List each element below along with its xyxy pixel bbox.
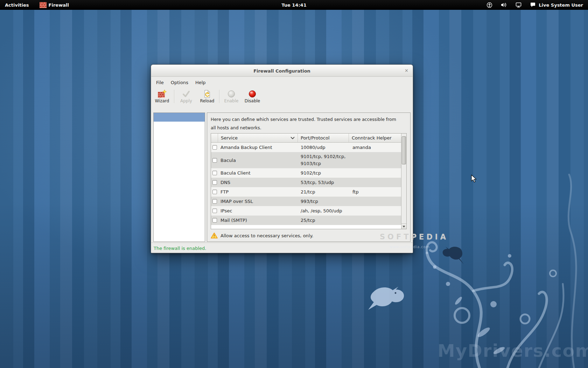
service-helper: ftp	[349, 189, 401, 195]
table-row[interactable]: Mail (SMTP) 25/tcp	[211, 216, 401, 225]
service-port: 25/tcp	[298, 216, 349, 225]
table-header: Service Port/Protocol Conntrack Helper	[211, 134, 401, 143]
disable-ball-icon	[248, 90, 257, 98]
table-row[interactable]: Bacula Client 9102/tcp	[211, 168, 401, 178]
service-name: Mail (SMTP)	[218, 218, 298, 223]
service-checkbox[interactable]	[212, 180, 217, 185]
table-row[interactable]: DNS 53/tcp, 53/udp	[211, 178, 401, 187]
reload-label: Reload	[197, 98, 218, 104]
title-bar[interactable]: Firewall Configuration ✕	[151, 65, 413, 77]
sidebar-item[interactable]	[154, 130, 205, 139]
service-checkbox[interactable]	[212, 218, 217, 223]
service-port: 10080/udp	[298, 143, 349, 152]
pane-description: Here you can define which services are t…	[211, 115, 407, 132]
accessibility-icon[interactable]	[486, 2, 492, 8]
enable-ball-icon	[227, 90, 236, 98]
focused-app-label: Firewall	[49, 2, 69, 8]
service-port: 53/tcp, 53/udp	[298, 178, 349, 187]
enable-label: Enable	[221, 98, 242, 104]
desktop: Activities Firewall Tue 14:41	[0, 0, 588, 368]
warning-icon	[211, 232, 218, 239]
volume-icon[interactable]	[501, 2, 507, 8]
menu-help[interactable]: Help	[192, 77, 209, 88]
sidebar-item[interactable]	[154, 157, 205, 165]
disable-label: Disable	[242, 98, 263, 104]
firewall-status-text: The firewall is enabled.	[154, 246, 206, 251]
reload-button[interactable]: Reload	[197, 89, 218, 104]
service-name: IMAP over SSL	[218, 199, 298, 204]
top-bar: Activities Firewall Tue 14:41	[0, 0, 588, 10]
enable-button[interactable]: Enable	[221, 89, 242, 104]
reload-document-icon	[203, 90, 211, 98]
category-list	[153, 113, 205, 242]
service-port: 21/tcp	[298, 188, 349, 197]
status-bar: The firewall is enabled.	[151, 243, 413, 253]
scrollbar-down-button[interactable]	[401, 224, 406, 229]
toolbar-separator	[174, 90, 174, 103]
warning-text: Allow access to necessary services, only…	[220, 233, 313, 238]
column-header-checkbox[interactable]	[211, 134, 218, 143]
sidebar-item[interactable]	[154, 139, 205, 148]
apply-label: Apply	[176, 98, 197, 104]
wizard-button[interactable]: Wizard	[152, 89, 173, 104]
sidebar-item[interactable]	[154, 113, 205, 122]
service-helper: amanda	[349, 145, 401, 150]
chat-icon	[530, 2, 536, 8]
firewall-configuration-window: Firewall Configuration ✕ File Options He…	[151, 64, 413, 253]
vertical-scrollbar[interactable]	[401, 134, 406, 229]
activities-button[interactable]: Activities	[5, 2, 29, 8]
table-row[interactable]: FTP 21/tcp ftp	[211, 187, 401, 197]
service-port: 9101/tcp, 9102/tcp, 9103/tcp	[298, 152, 349, 168]
mouse-cursor	[471, 175, 478, 183]
scrollbar-thumb[interactable]	[402, 136, 406, 164]
service-checkbox[interactable]	[212, 145, 217, 150]
focused-app-indicator[interactable]: Firewall	[40, 2, 69, 8]
user-menu[interactable]: Live System User	[530, 2, 583, 8]
column-header-port[interactable]: Port/Protocol	[298, 134, 349, 143]
warning-row: Allow access to necessary services, only…	[211, 232, 407, 239]
service-name: Bacula Client	[218, 170, 298, 176]
services-table: Service Port/Protocol Conntrack Helper	[211, 133, 407, 229]
service-port: /ah, /esp, 500/udp	[298, 206, 349, 216]
wizard-label: Wizard	[152, 98, 173, 104]
sidebar-item[interactable]	[154, 122, 205, 130]
window-content: Here you can define which services are t…	[151, 105, 413, 243]
close-button[interactable]: ✕	[405, 65, 408, 76]
service-name: Bacula	[218, 158, 298, 163]
service-checkbox[interactable]	[212, 171, 217, 175]
bird-silhouette-light	[368, 287, 404, 310]
service-checkbox[interactable]	[212, 199, 217, 204]
service-checkbox[interactable]	[212, 158, 217, 163]
service-name: DNS	[218, 180, 298, 185]
toolbar: Wizard Apply	[151, 88, 413, 105]
service-port: 993/tcp	[298, 197, 349, 206]
table-body: Amanda Backup Client 10080/udp amanda Ba…	[211, 143, 401, 229]
toolbar-separator	[219, 90, 219, 103]
sidebar-item[interactable]	[154, 165, 205, 174]
service-checkbox[interactable]	[212, 209, 217, 213]
trusted-services-pane: Here you can define which services are t…	[207, 113, 411, 242]
table-row[interactable]: Amanda Backup Client 10080/udp amanda	[211, 143, 401, 152]
service-name: FTP	[218, 189, 298, 195]
service-port: 9102/tcp	[298, 169, 349, 178]
table-row[interactable]: IPsec /ah, /esp, 500/udp	[211, 206, 401, 216]
wizard-brick-icon	[158, 90, 167, 98]
softpedia-url-watermark: www.softpedia.com	[390, 245, 430, 249]
column-header-helper[interactable]: Conntrack Helper	[349, 134, 401, 143]
table-row[interactable]: IMAP over SSL 993/tcp	[211, 197, 401, 206]
sidebar-item[interactable]	[154, 148, 205, 157]
menu-options[interactable]: Options	[167, 77, 192, 88]
apply-button[interactable]: Apply	[176, 89, 197, 104]
column-header-service[interactable]: Service	[218, 134, 298, 143]
service-name: IPsec	[218, 208, 298, 213]
menu-bar: File Options Help	[151, 77, 413, 88]
bird-silhouette-dark	[443, 247, 464, 264]
service-name: Amanda Backup Client	[218, 145, 298, 150]
disable-button[interactable]: Disable	[242, 89, 263, 104]
service-checkbox[interactable]	[212, 190, 217, 194]
user-label: Live System User	[539, 2, 583, 8]
apply-check-icon	[182, 90, 190, 98]
table-row[interactable]: Bacula 9101/tcp, 9102/tcp, 9103/tcp	[211, 152, 401, 168]
menu-file[interactable]: File	[153, 77, 167, 88]
display-icon[interactable]	[516, 2, 522, 8]
